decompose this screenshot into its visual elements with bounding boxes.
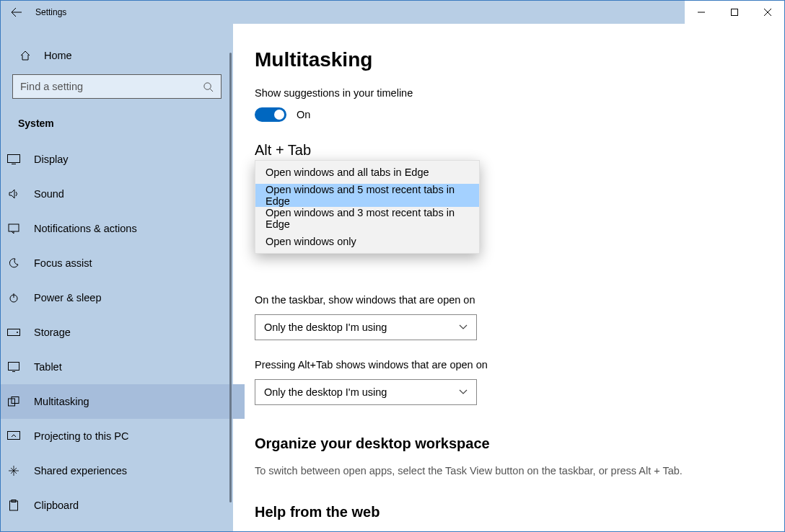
alttab-label: Pressing Alt+Tab shows windows that are … [255, 359, 747, 371]
maximize-icon [731, 9, 738, 16]
nav-home[interactable]: Home [12, 40, 222, 71]
search-input[interactable] [12, 74, 222, 99]
multitasking-icon [6, 396, 21, 407]
dropdown-option[interactable]: Open windows and all tabs in Edge [255, 161, 479, 184]
notifications-icon [6, 223, 21, 234]
sidebar-item-label: Tablet [21, 361, 62, 373]
display-icon [6, 154, 21, 164]
sidebar-item-clipboard[interactable]: Clipboard [0, 488, 245, 523]
sidebar-item-label: Multitasking [21, 396, 89, 407]
close-icon [764, 9, 771, 16]
projecting-icon [6, 431, 21, 441]
dropdown-option[interactable]: Open windows only [255, 230, 479, 253]
taskbar-label: On the taskbar, show windows that are op… [255, 294, 747, 306]
sidebar-item-tablet[interactable]: Tablet [0, 350, 245, 384]
sidebar-item-label: Clipboard [21, 500, 79, 511]
sidebar-item-shared-experiences[interactable]: Shared experiences [0, 453, 245, 488]
toggle-state-label: On [286, 109, 310, 120]
help-heading: Help from the web [255, 504, 747, 520]
organize-desc: To switch between open apps, select the … [255, 465, 747, 476]
back-button[interactable] [1, 1, 32, 24]
taskbar-select[interactable]: Only the desktop I'm using [255, 314, 477, 340]
select-value: Only the desktop I'm using [264, 386, 387, 398]
nav-home-label: Home [32, 50, 72, 61]
page-title: Multitasking [255, 48, 747, 71]
window-controls [685, 1, 784, 24]
alttab-select[interactable]: Only the desktop I'm using [255, 379, 477, 405]
svg-rect-3 [9, 224, 19, 231]
sidebar-item-multitasking[interactable]: Multitasking [0, 384, 245, 419]
organize-heading: Organize your desktop workspace [255, 435, 747, 452]
dropdown-option[interactable]: Open windows and 5 most recent tabs in E… [255, 184, 479, 207]
close-button[interactable] [751, 1, 784, 24]
sidebar-item-notifications[interactable]: Notifications & actions [0, 211, 245, 246]
svg-rect-0 [732, 9, 738, 16]
sidebar-item-power-sleep[interactable]: Power & sleep [0, 280, 245, 315]
minimize-button[interactable] [685, 1, 718, 24]
timeline-label: Show suggestions in your timeline [255, 87, 747, 99]
select-value: Only the desktop I'm using [264, 322, 387, 333]
arrow-left-icon [11, 6, 22, 18]
sidebar-item-label: Storage [21, 327, 71, 338]
sidebar-scrollbar[interactable] [229, 53, 232, 502]
dropdown-option[interactable]: Open windows and 3 most recent tabs in E… [255, 207, 479, 230]
alt-tab-dropdown[interactable]: Open windows and all tabs in Edge Open w… [255, 160, 480, 254]
sidebar-item-label: Projecting to this PC [21, 430, 128, 442]
sidebar-item-label: Power & sleep [21, 292, 102, 303]
sidebar-item-display[interactable]: Display [0, 142, 245, 177]
maximize-button[interactable] [718, 1, 751, 24]
minimize-icon [698, 9, 705, 16]
sound-icon [6, 188, 21, 200]
moon-icon [6, 257, 21, 269]
window-title: Settings [32, 7, 66, 17]
sidebar: Home System Display Sound Notifications … [1, 24, 233, 531]
svg-rect-2 [8, 155, 20, 163]
svg-point-6 [17, 332, 18, 333]
svg-rect-10 [8, 432, 20, 440]
sidebar-item-label: Focus assist [21, 257, 92, 269]
svg-point-1 [204, 82, 211, 89]
nav-list: Display Sound Notifications & actions Fo… [0, 142, 245, 523]
sidebar-item-sound[interactable]: Sound [0, 177, 245, 211]
sidebar-item-label: Notifications & actions [21, 223, 137, 234]
sidebar-item-label: Sound [21, 188, 64, 200]
storage-icon [6, 329, 21, 336]
sidebar-section-header: System [12, 112, 222, 142]
main-content: Multitasking Show suggestions in your ti… [233, 24, 784, 531]
titlebar: Settings [1, 1, 784, 24]
timeline-toggle[interactable] [255, 107, 286, 122]
sidebar-item-label: Display [21, 154, 69, 165]
sidebar-item-label: Shared experiences [21, 465, 127, 476]
svg-rect-7 [9, 363, 19, 371]
chevron-down-icon [459, 389, 468, 395]
alt-tab-heading: Alt + Tab [255, 142, 747, 159]
search-icon [203, 81, 214, 92]
chevron-down-icon [459, 324, 468, 330]
sidebar-item-storage[interactable]: Storage [0, 315, 245, 350]
search-field[interactable] [20, 81, 203, 92]
clipboard-icon [6, 500, 21, 511]
sidebar-item-focus-assist[interactable]: Focus assist [0, 246, 245, 280]
power-icon [6, 292, 21, 303]
sidebar-item-projecting[interactable]: Projecting to this PC [0, 419, 245, 453]
home-icon [18, 50, 32, 61]
tablet-icon [6, 362, 21, 372]
shared-icon [6, 465, 21, 476]
